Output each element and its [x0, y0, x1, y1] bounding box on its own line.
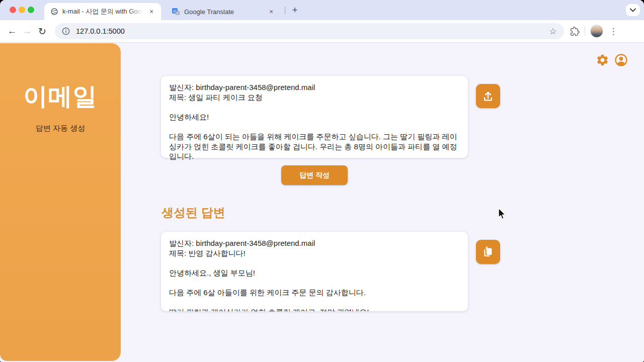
chevron-down-icon — [630, 8, 636, 12]
upload-icon — [482, 90, 494, 102]
toolbar-right-controls: ⋮ — [570, 25, 618, 38]
tab-kmail[interactable]: k-mail - 사업 문의 with Google × — [44, 3, 161, 20]
back-icon[interactable]: ← — [5, 24, 20, 39]
reload-icon[interactable]: ↻ — [35, 24, 50, 39]
tab-title: Google Translate — [184, 8, 234, 16]
copy-reply-button[interactable] — [476, 240, 500, 264]
sidebar: 이메일 답변 자동 생성 — [0, 43, 121, 361]
tab-strip: k-mail - 사업 문의 with Google × G文 Google T… — [0, 0, 644, 20]
page-actions — [596, 53, 628, 67]
reply-email-card: 발신자: birthday-parent-3458@pretend.mail 제… — [161, 232, 468, 311]
app-subtitle: 답변 자동 생성 — [0, 124, 121, 133]
browser-toolbar: ← → ↻ 127.0.0.1:5000 ☆ ⋮ — [0, 20, 644, 43]
app-title: 이메일 — [0, 80, 121, 113]
settings-gear-icon[interactable] — [596, 53, 609, 67]
page-content: 이메일 답변 자동 생성 발신자: birthday-parent-3458@p… — [0, 43, 644, 362]
macos-close-button[interactable] — [10, 7, 16, 13]
tab-separator — [285, 7, 285, 14]
generated-reply-heading: 생성된 답변 — [162, 205, 225, 221]
macos-minimize-button[interactable] — [19, 7, 25, 13]
copy-icon — [482, 246, 494, 258]
close-tab-icon[interactable]: × — [147, 7, 156, 16]
upload-email-button[interactable] — [476, 84, 500, 108]
close-tab-icon[interactable]: × — [267, 7, 276, 16]
tab-title: k-mail - 사업 문의 with Google — [62, 8, 143, 15]
bookmark-star-icon[interactable]: ☆ — [547, 26, 559, 37]
tab-search-chevron-button[interactable] — [626, 4, 640, 16]
incoming-email-text: 발신자: birthday-parent-3458@pretend.mail 제… — [169, 82, 460, 161]
reply-email-text: 발신자: birthday-parent-3458@pretend.mail 제… — [169, 238, 460, 311]
compose-reply-button[interactable]: 답변 작성 — [281, 165, 348, 185]
forward-icon[interactable]: → — [20, 24, 35, 39]
profile-avatar[interactable] — [590, 25, 603, 38]
svg-text:文: 文 — [176, 12, 180, 15]
new-tab-button[interactable]: + — [288, 4, 301, 17]
tab-google-translate[interactable]: G文 Google Translate × — [166, 3, 281, 20]
google-translate-icon: G文 — [172, 8, 180, 16]
account-person-icon[interactable] — [614, 53, 628, 67]
macos-zoom-button[interactable] — [28, 7, 34, 13]
globe-icon — [50, 8, 58, 16]
url-text[interactable]: 127.0.0.1:5000 — [76, 27, 547, 35]
toolbar-divider — [585, 27, 585, 36]
incoming-email-card: 발신자: birthday-parent-3458@pretend.mail 제… — [161, 76, 468, 158]
address-bar[interactable]: 127.0.0.1:5000 ☆ — [55, 23, 564, 39]
extensions-puzzle-icon[interactable] — [570, 27, 580, 36]
browser-menu-icon[interactable]: ⋮ — [608, 26, 618, 37]
site-info-icon[interactable] — [61, 26, 71, 36]
browser-window: k-mail - 사업 문의 with Google × G文 Google T… — [0, 0, 644, 362]
